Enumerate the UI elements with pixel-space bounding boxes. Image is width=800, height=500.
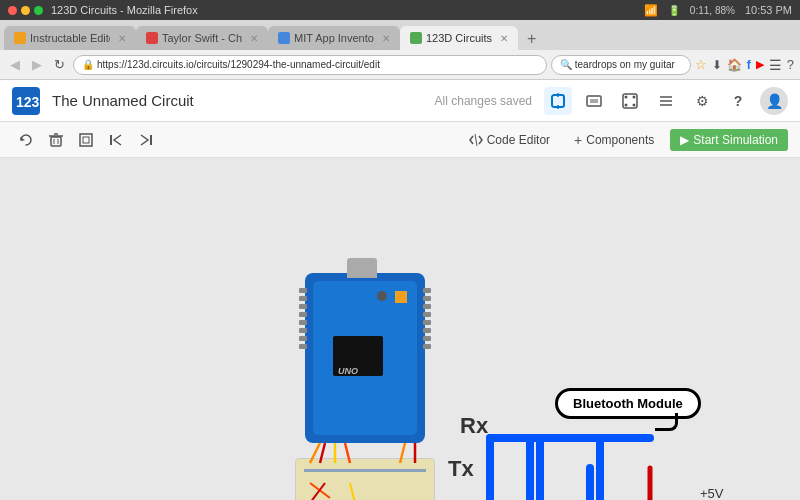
circuit-icon (550, 93, 566, 109)
toolbar: Code Editor + Components ▶ Start Simulat… (0, 122, 800, 158)
pcb-icon (622, 93, 638, 109)
tab-mit[interactable]: MIT App Inventor 2 ✕ (268, 26, 400, 50)
traffic-lights (8, 6, 43, 15)
maximize-dot[interactable] (34, 6, 43, 15)
minimize-dot[interactable] (21, 6, 30, 15)
svg-rect-21 (80, 134, 92, 146)
vcc-label: +5V (700, 486, 724, 500)
first-icon-btn[interactable] (102, 126, 130, 154)
breadboard-stripe-top (304, 469, 426, 472)
components-label: Components (586, 133, 654, 147)
nav-icons: ☆ ⬇ 🏠 f ▶ ☰ ? (695, 57, 794, 73)
svg-rect-5 (587, 96, 601, 106)
back-button[interactable]: ◀ (6, 55, 24, 74)
close-dot[interactable] (8, 6, 17, 15)
last-icon (138, 132, 154, 148)
schematic-icon-btn[interactable] (580, 87, 608, 115)
pin (299, 304, 307, 309)
settings-icon-btn[interactable]: ⚙ (688, 87, 716, 115)
pin (423, 296, 431, 301)
tab-123d[interactable]: 123D Circuits ✕ (400, 26, 518, 50)
components-button[interactable]: + Components (566, 128, 662, 152)
pin (299, 288, 307, 293)
svg-line-25 (475, 134, 477, 146)
list-icon-btn[interactable] (652, 87, 680, 115)
forward-button[interactable]: ▶ (28, 55, 46, 74)
pin (299, 344, 307, 349)
delete-icon-btn[interactable] (42, 126, 70, 154)
arduino-pins-right (423, 288, 431, 349)
profile-icon[interactable]: ? (787, 57, 794, 72)
pin (423, 288, 431, 293)
svg-point-11 (625, 103, 628, 106)
user-avatar[interactable]: 👤 (760, 87, 788, 115)
tab-close-mit[interactable]: ✕ (382, 33, 390, 44)
home-icon[interactable]: 🏠 (727, 58, 742, 72)
components-icon: + (574, 132, 582, 148)
tab-taylor[interactable]: Taylor Swift - Cha... ✕ (136, 26, 268, 50)
address-bar[interactable]: 🔒 https://123d.circuits.io/circuits/1290… (73, 55, 547, 75)
pin (423, 320, 431, 325)
fb-icon[interactable]: f (747, 58, 751, 72)
search-bar[interactable]: 🔍 teardrops on my guitar (551, 55, 691, 75)
app-title: The Unnamed Circuit (52, 92, 423, 109)
toolbar-right: Code Editor + Components ▶ Start Simulat… (461, 128, 788, 152)
svg-rect-16 (51, 137, 61, 146)
pin (423, 344, 431, 349)
new-tab-button[interactable]: + (522, 28, 541, 50)
svg-point-9 (625, 95, 628, 98)
address-text: https://123d.circuits.io/circuits/129029… (97, 59, 380, 70)
delete-icon (48, 132, 64, 148)
pin (299, 320, 307, 325)
yt-icon[interactable]: ▶ (756, 58, 764, 71)
arduino-cap (377, 291, 387, 301)
svg-text:123: 123 (16, 94, 40, 110)
svg-rect-22 (83, 137, 89, 143)
app-top-bar: 123 The Unnamed Circuit All changes save… (0, 80, 800, 122)
simulate-icon: ▶ (680, 133, 689, 147)
secure-icon: 🔒 (82, 59, 94, 70)
code-editor-label: Code Editor (487, 133, 550, 147)
simulate-button[interactable]: ▶ Start Simulation (670, 129, 788, 151)
undo-icon-btn[interactable] (12, 126, 40, 154)
circuit-icon-btn[interactable] (544, 87, 572, 115)
tab-favicon-instructable (14, 32, 26, 44)
arduino-led (395, 291, 407, 303)
tab-close-123d[interactable]: ✕ (500, 33, 508, 44)
arduino-pins-left (299, 288, 307, 349)
menu-icon[interactable]: ☰ (769, 57, 782, 73)
list-icon (658, 93, 674, 109)
simulate-label: Start Simulation (693, 133, 778, 147)
nav-bar: ◀ ▶ ↻ 🔒 https://123d.circuits.io/circuit… (0, 50, 800, 80)
battery-icon: 🔋 (668, 5, 680, 16)
pin (299, 296, 307, 301)
pin (299, 312, 307, 317)
code-editor-button[interactable]: Code Editor (461, 129, 558, 151)
breadboard (295, 458, 435, 500)
frame-icon-btn[interactable] (72, 126, 100, 154)
tx-label: Tx (448, 456, 474, 482)
tab-close-instructable[interactable]: ✕ (118, 33, 126, 44)
reload-button[interactable]: ↻ (50, 55, 69, 74)
undo-icon (18, 132, 34, 148)
browser-title: 123D Circuits - Mozilla Firefox (51, 4, 198, 16)
pcb-icon-btn[interactable] (616, 87, 644, 115)
app-logo: 123 (12, 87, 40, 115)
frame-icon (78, 132, 94, 148)
tab-instructable[interactable]: Instructable Editor ✕ (4, 26, 136, 50)
last-icon-btn[interactable] (132, 126, 160, 154)
tab-label-instructable: Instructable Editor (30, 32, 110, 44)
tab-favicon-taylor (146, 32, 158, 44)
help-icon-btn[interactable]: ? (724, 87, 752, 115)
first-icon (108, 132, 124, 148)
app-top-icons: ⚙ ? 👤 (544, 87, 788, 115)
tab-label-mit: MIT App Inventor 2 (294, 32, 374, 44)
bluetooth-module-label: Bluetooth Module (555, 388, 701, 419)
browser-frame: 123D Circuits - Mozilla Firefox 📶 🔋 0:11… (0, 0, 800, 500)
tab-close-taylor[interactable]: ✕ (250, 33, 258, 44)
canvas-area[interactable]: UNO (0, 158, 800, 500)
arduino-usb-connector (347, 258, 377, 278)
bookmark-icon[interactable]: ☆ (695, 57, 707, 72)
tab-label-taylor: Taylor Swift - Cha... (162, 32, 242, 44)
download-icon[interactable]: ⬇ (712, 58, 722, 72)
